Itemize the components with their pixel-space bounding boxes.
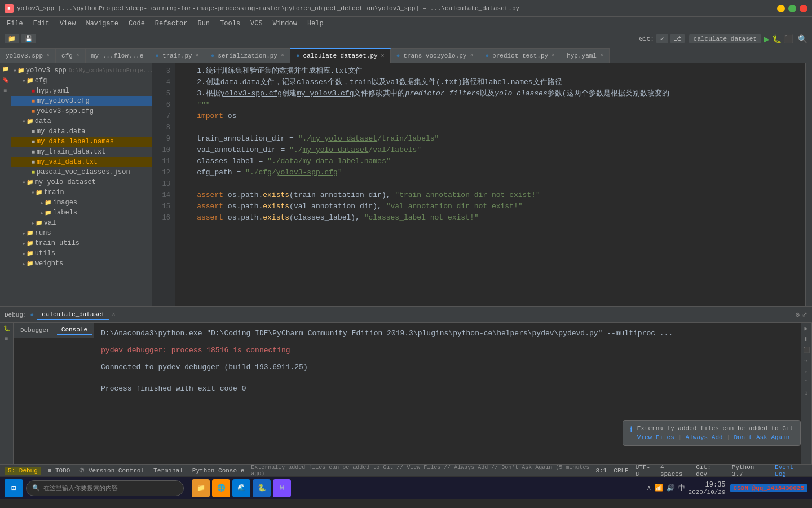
console-tab[interactable]: Console [57, 325, 92, 335]
git-branch-btn[interactable]: ⎇ [670, 34, 685, 43]
tree-item-train-utils[interactable]: ▶ 📁 train_utils [11, 238, 152, 248]
code-content-area[interactable]: 1.统计训练集和验证集的数据并生成相应.txt文件 2.创建data.data文… [175, 63, 805, 306]
menu-run[interactable]: Run [193, 19, 214, 29]
run-config-selector[interactable]: calculate_dataset [689, 34, 761, 43]
debugger-tab[interactable]: Debugger [16, 326, 55, 335]
debug-tab-name[interactable]: calculate_dataset [37, 310, 109, 320]
tab-trans-voc2yolo[interactable]: ● trans_voc2yolo.py × [391, 48, 480, 63]
tree-item-val[interactable]: ▶ 📁 val [11, 218, 152, 228]
taskbar-search[interactable]: 🔍 在这里输入你要搜索的内容 [26, 480, 184, 496]
tab-close-icon[interactable]: × [551, 52, 555, 59]
resume-btn[interactable]: ▶ [802, 325, 811, 334]
console-tab-btn[interactable]: ≡ [2, 336, 11, 345]
tree-item-yolov3spp[interactable]: ▼ 📁 yolov3_spp D:\My_code\pythonProje... [11, 65, 152, 76]
debugger-tab-btn[interactable]: 🐛 [2, 325, 11, 334]
todo-status[interactable]: ≡ TODO [46, 467, 73, 475]
code-editor[interactable]: 3 4 5 6 7 8 9 10 11 12 13 14 15 16 1.统计训… [152, 63, 805, 306]
tree-item-my-val-data[interactable]: ■ my_val_data.txt [11, 157, 152, 167]
python-console-status[interactable]: Python Console [190, 467, 246, 475]
tray-volume[interactable]: 🔊 [667, 484, 675, 492]
tree-item-weights[interactable]: ▶ 📁 weights [11, 259, 152, 269]
project-icon[interactable]: 📁 [1, 65, 10, 75]
step-out-btn[interactable]: ↑ [802, 379, 811, 388]
run-to-cursor-btn[interactable]: ⤵ [802, 389, 811, 398]
git-check-btn[interactable]: ✓ [656, 34, 668, 43]
taskbar-browser-edge[interactable]: 🌊 [232, 479, 250, 497]
taskbar-browser-chrome[interactable]: 🌐 [212, 479, 230, 497]
tree-item-pascal-voc-json[interactable]: ■ pascal_voc_classes.json [11, 167, 152, 177]
tab-close-icon[interactable]: × [196, 52, 199, 59]
taskbar-file-explorer[interactable]: 📁 [192, 479, 210, 497]
step-over-btn[interactable]: ↷ [802, 357, 811, 366]
tree-item-my-yolo-dataset[interactable]: ▼ 📁 my_yolo_dataset [11, 177, 152, 187]
tree-item-images[interactable]: ▶ 📁 images [11, 198, 152, 208]
debug-close-icon[interactable]: × [112, 312, 115, 318]
tray-up-arrow[interactable]: ∧ [647, 484, 651, 492]
pause-btn[interactable]: ⏸ [802, 336, 811, 345]
expand-icon[interactable]: ⤢ [802, 310, 807, 319]
tab-cfg[interactable]: cfg × [56, 48, 86, 63]
menu-window[interactable]: Window [268, 19, 302, 29]
terminal-status[interactable]: Terminal [151, 467, 186, 475]
tab-calculate-dataset[interactable]: ● calculate_dataset.py × [290, 48, 391, 63]
stop-debug-btn[interactable]: ⬛ [802, 347, 811, 356]
tab-myflow[interactable]: my_...flow...e [86, 48, 149, 63]
tree-item-labels[interactable]: ▶ 📁 labels [11, 208, 152, 218]
menu-tools[interactable]: Tools [215, 19, 245, 29]
taskbar-app2[interactable]: W [273, 479, 291, 497]
menu-help[interactable]: Help [303, 19, 328, 29]
step-into-btn[interactable]: ↓ [802, 368, 811, 377]
start-button[interactable]: ⊞ [5, 479, 23, 497]
tab-close-icon[interactable]: × [600, 52, 603, 59]
tab-close-icon[interactable]: × [381, 53, 385, 59]
tray-network[interactable]: 📶 [655, 484, 663, 492]
tab-close-icon[interactable]: × [46, 52, 50, 59]
menu-code[interactable]: Code [124, 19, 149, 29]
event-log-btn[interactable]: Event Log [775, 464, 807, 478]
toolbar-open-btn[interactable]: 📁 [5, 34, 19, 43]
tab-serialization[interactable]: ● serialization.py × [205, 48, 290, 63]
menu-refactor[interactable]: Refactor [151, 19, 192, 29]
tab-yolov3spp[interactable]: yolov3.spp × [0, 48, 56, 63]
close-button[interactable] [800, 5, 807, 12]
menu-navigate[interactable]: Navigate [81, 19, 123, 29]
maximize-button[interactable] [788, 5, 796, 12]
view-files-link[interactable]: View Files [637, 434, 674, 441]
settings-icon[interactable]: ⚙ [796, 310, 800, 319]
debug-button[interactable]: 🐛 [772, 34, 782, 43]
tab-close-icon[interactable]: × [470, 52, 473, 59]
tree-item-my-data-label-names[interactable]: ■ my_data_label.names [11, 137, 152, 147]
dont-ask-again-link[interactable]: Don't Ask Again [734, 434, 789, 441]
tree-item-yolov3-spp-cfg[interactable]: ■ yolov3-spp.cfg [11, 106, 152, 116]
minimize-button[interactable] [777, 5, 785, 12]
tab-close-icon[interactable]: × [76, 52, 80, 59]
tree-item-runs[interactable]: ▶ 📁 runs [11, 228, 152, 238]
stop-button[interactable]: ⬛ [784, 34, 793, 43]
menu-edit[interactable]: Edit [29, 19, 54, 29]
search-everywhere-btn[interactable]: 🔍 [798, 34, 807, 43]
always-add-link[interactable]: Always Add [686, 434, 723, 441]
tab-close-icon[interactable]: × [281, 52, 284, 59]
tab-predict-test[interactable]: ● predict_test.py × [479, 48, 561, 63]
toolbar-save-btn[interactable]: 💾 [21, 34, 36, 43]
tab-hyp-yaml[interactable]: hyp.yaml × [561, 48, 610, 63]
right-scrollbar[interactable] [805, 63, 812, 306]
debug-status[interactable]: 5: Debug [5, 467, 41, 475]
tree-item-hyp-yaml[interactable]: ■ hyp.yaml [11, 86, 152, 96]
menu-file[interactable]: File [2, 19, 28, 29]
structure-icon[interactable]: ≡ [1, 88, 10, 97]
tree-item-data[interactable]: ▼ 📁 data [11, 116, 152, 126]
tree-item-cfg[interactable]: ▼ 📁 cfg [11, 76, 152, 86]
tree-item-my-data-data[interactable]: ■ my_data.data [11, 126, 152, 137]
tree-item-my-train-data[interactable]: ■ my_train_data.txt [11, 147, 152, 157]
taskbar-pycharm[interactable]: 🐍 [253, 479, 271, 497]
run-button[interactable]: ▶ [764, 34, 770, 43]
menu-view[interactable]: View [55, 19, 81, 29]
tree-item-utils[interactable]: ▶ 📁 utils [11, 248, 152, 259]
bookmark-icon[interactable]: 🔖 [1, 77, 10, 86]
tray-ime[interactable]: 中 [678, 483, 685, 493]
tree-item-my-yolov3-cfg[interactable]: ■ my_yolov3.cfg [11, 96, 152, 106]
tab-train[interactable]: ● train.py × [149, 48, 205, 63]
menu-vcs[interactable]: VCS [246, 19, 267, 29]
version-control-status[interactable]: ⑦ Version Control [77, 466, 147, 475]
